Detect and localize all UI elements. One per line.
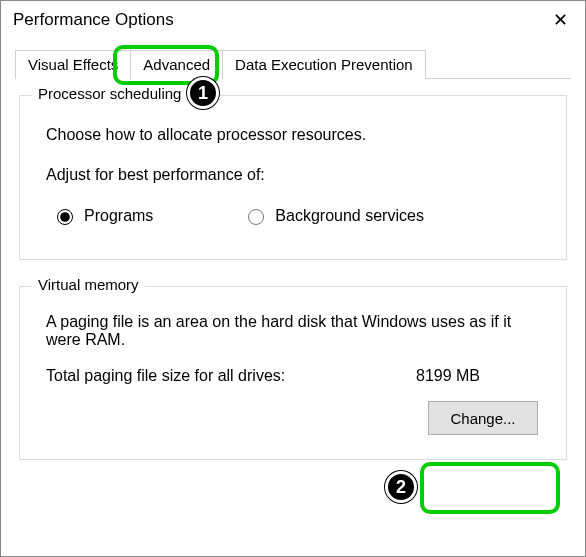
tab-advanced[interactable]: Advanced [130,50,223,79]
radio-programs-input[interactable] [57,209,73,225]
total-paging-label: Total paging file size for all drives: [46,367,416,385]
annotation-badge-2: 2 [385,471,417,503]
adjust-for-label: Adjust for best performance of: [46,166,546,184]
processor-scheduling-group: Processor scheduling Choose how to alloc… [19,95,567,260]
change-button[interactable]: Change... [428,401,538,435]
total-paging-value: 8199 MB [416,367,480,385]
radio-programs-label: Programs [84,207,153,225]
window-title: Performance Options [13,10,174,30]
close-button[interactable]: ✕ [541,5,579,35]
tab-content: Processor scheduling Choose how to alloc… [1,79,585,460]
radio-programs[interactable]: Programs [52,206,153,225]
radio-background-input[interactable] [248,209,264,225]
annotation-highlight-2 [420,462,560,514]
radio-background-label: Background services [275,207,424,225]
radio-background-services[interactable]: Background services [243,206,424,225]
tab-visual-effects[interactable]: Visual Effects [15,50,131,79]
tab-data-execution-prevention[interactable]: Data Execution Prevention [222,50,426,79]
virtual-memory-group: Virtual memory A paging file is an area … [19,286,567,460]
processor-description: Choose how to allocate processor resourc… [46,126,546,144]
title-bar: Performance Options ✕ [1,1,585,39]
annotation-badge-1: 1 [187,77,219,109]
virtual-memory-legend: Virtual memory [32,276,145,293]
virtual-memory-description: A paging file is an area on the hard dis… [46,313,546,349]
tab-strip: Visual Effects Advanced Data Execution P… [15,49,571,79]
processor-scheduling-legend: Processor scheduling [32,85,187,102]
